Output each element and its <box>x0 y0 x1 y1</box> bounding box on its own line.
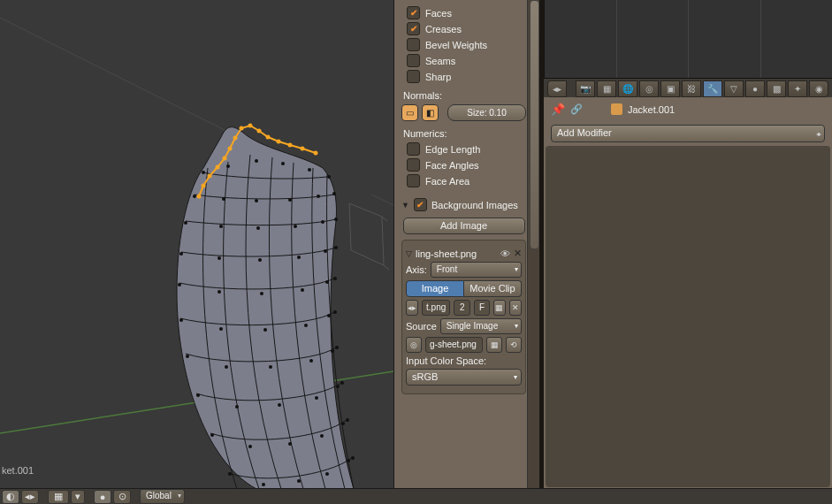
pack-image-button[interactable]: ◎ <box>406 337 422 353</box>
3d-viewport[interactable]: ket.001 <box>0 0 393 489</box>
timeline-area[interactable] <box>544 0 832 78</box>
bg-images-disclosure[interactable]: ▼ <box>401 201 409 210</box>
svg-point-18 <box>202 171 205 174</box>
scroll-thumb[interactable] <box>530 0 539 249</box>
svg-point-71 <box>346 418 349 422</box>
svg-point-12 <box>257 129 262 134</box>
render-tab[interactable]: 📷 <box>576 80 595 97</box>
modifiers-tab[interactable]: 🔧 <box>703 80 722 97</box>
svg-point-36 <box>179 252 183 256</box>
add-image-button[interactable]: Add Image <box>403 218 525 234</box>
svg-point-73 <box>262 483 265 486</box>
mode-icon[interactable]: ▦ <box>48 490 69 504</box>
svg-point-17 <box>314 151 318 156</box>
image-filepath-field[interactable]: g-sheet.png <box>425 337 483 353</box>
vertex-normals-toggle[interactable]: ▭ <box>401 104 418 121</box>
pin-icon[interactable]: 📌 <box>551 103 565 116</box>
render-layers-tab[interactable]: ▦ <box>597 80 616 97</box>
image-datablock-name[interactable]: t.png <box>422 300 450 316</box>
svg-point-76 <box>347 459 350 462</box>
svg-point-50 <box>263 328 267 332</box>
svg-point-30 <box>184 221 187 225</box>
transform-orientation-select[interactable]: Global <box>140 489 185 504</box>
svg-point-32 <box>256 226 260 230</box>
svg-point-3 <box>197 195 202 199</box>
svg-point-24 <box>193 195 196 198</box>
data-tab[interactable]: ▽ <box>724 80 744 97</box>
world-tab[interactable]: ◎ <box>639 80 659 97</box>
normals-size-field[interactable]: Size: 0.10 <box>447 104 526 121</box>
image-tab[interactable]: Image <box>406 280 464 297</box>
svg-point-27 <box>288 198 292 202</box>
object-icon <box>611 103 622 115</box>
sharp-checkbox[interactable] <box>407 70 420 83</box>
viewport-shading-button[interactable]: ● <box>94 490 111 504</box>
header-menu-toggle[interactable]: ◂▸ <box>21 490 39 504</box>
visibility-eye-icon[interactable]: 👁 <box>500 248 510 259</box>
pivot-point-button[interactable]: ⊙ <box>113 490 131 504</box>
svg-point-53 <box>333 310 337 314</box>
svg-point-28 <box>317 195 320 198</box>
colorspace-select[interactable]: sRGB <box>406 369 522 386</box>
breadcrumb-object[interactable]: Jacket.001 <box>628 104 675 115</box>
face-normals-toggle[interactable]: ◧ <box>422 104 439 121</box>
modifier-stack-area <box>546 146 830 487</box>
svg-point-48 <box>179 318 183 322</box>
scene-link-icon[interactable]: 🔗 <box>570 103 583 115</box>
edge-length-checkbox[interactable] <box>407 142 420 156</box>
scene-tab[interactable]: 🌐 <box>618 80 637 97</box>
svg-point-44 <box>260 292 263 295</box>
svg-point-29 <box>332 192 336 195</box>
bg-image-filename: ling-sheet.png <box>416 248 497 259</box>
seams-checkbox[interactable] <box>407 54 420 67</box>
face-area-checkbox[interactable] <box>407 174 420 187</box>
normals-section-label: Normals: <box>403 90 526 101</box>
bevel-weights-checkbox[interactable] <box>407 38 420 51</box>
source-select[interactable]: Single Image <box>440 318 522 334</box>
n-panel-scrollbar[interactable] <box>527 0 540 489</box>
bg-images-enable-checkbox[interactable] <box>414 198 427 211</box>
image-datablock-icon[interactable]: ◂▸ <box>406 300 418 316</box>
svg-point-4 <box>202 184 206 188</box>
svg-point-11 <box>248 124 253 128</box>
faces-checkbox[interactable] <box>407 6 420 19</box>
svg-point-23 <box>327 175 331 179</box>
browse-file-button[interactable]: ▦ <box>486 337 502 353</box>
editor-type-button[interactable]: ◂▸ <box>547 80 567 97</box>
physics-tab[interactable]: ◉ <box>809 80 828 97</box>
axis-select[interactable]: Front <box>431 262 522 278</box>
svg-point-55 <box>225 365 228 369</box>
add-modifier-select[interactable]: Add Modifier <box>551 125 825 142</box>
svg-point-61 <box>235 405 239 409</box>
svg-point-25 <box>222 197 225 201</box>
svg-point-43 <box>218 290 221 294</box>
editor-type-menu[interactable]: ◐ <box>2 490 19 504</box>
texture-tab[interactable]: ▩ <box>767 80 786 97</box>
mode-select[interactable]: ▾ <box>71 490 85 504</box>
properties-header: ◂▸ 📷 ▦ 🌐 ◎ ▣ ⛓ 🔧 ▽ ● ▩ ✦ ◉ <box>544 78 832 99</box>
svg-point-7 <box>223 157 227 161</box>
object-tab[interactable]: ▣ <box>660 80 680 97</box>
svg-point-54 <box>186 355 189 358</box>
face-angles-checkbox[interactable] <box>407 158 420 172</box>
svg-point-57 <box>309 359 313 363</box>
svg-point-35 <box>334 218 338 221</box>
unlink-image-button[interactable]: ✕ <box>509 300 522 316</box>
constraints-tab[interactable]: ⛓ <box>682 80 701 97</box>
svg-point-42 <box>178 283 181 286</box>
entry-disclosure[interactable]: ▽ <box>406 249 412 258</box>
svg-point-15 <box>288 143 293 148</box>
remove-bg-image-button[interactable]: ✕ <box>514 248 522 259</box>
movie-clip-tab[interactable]: Movie Clip <box>464 280 522 297</box>
edge-length-label: Edge Length <box>425 144 480 155</box>
reload-image-button[interactable]: ⟲ <box>506 337 522 353</box>
open-image-button[interactable]: ▦ <box>493 300 506 316</box>
particles-tab[interactable]: ✦ <box>788 80 807 97</box>
material-tab[interactable]: ● <box>745 80 765 97</box>
bevel-weights-label: Bevel Weights <box>425 40 487 50</box>
image-user-count[interactable]: 2 <box>454 300 470 316</box>
fake-user-toggle[interactable]: F <box>474 300 490 316</box>
svg-point-9 <box>233 136 238 141</box>
svg-point-58 <box>331 349 334 353</box>
creases-checkbox[interactable] <box>407 22 420 35</box>
